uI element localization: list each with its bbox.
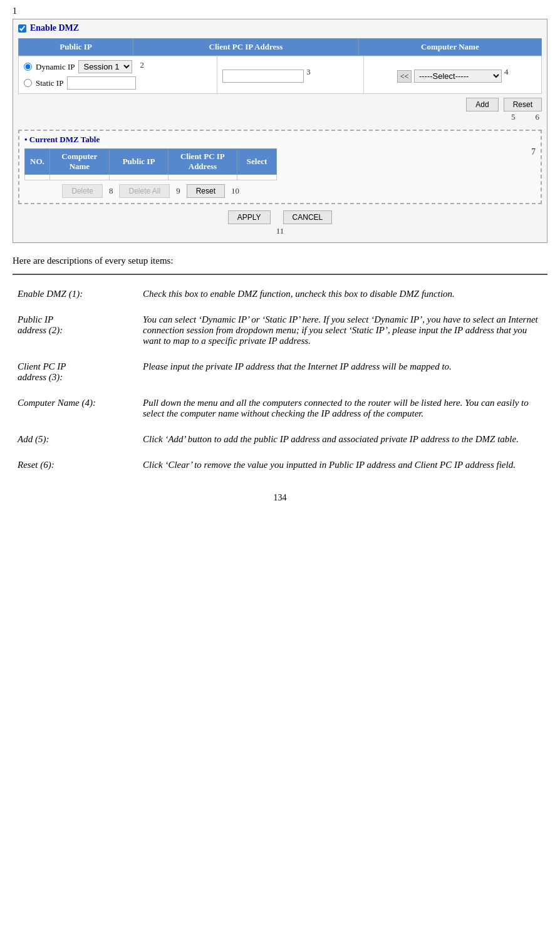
client-ip-cell: 3 xyxy=(217,56,364,94)
num-4: 4 xyxy=(504,67,509,77)
col-public-ip: Public IP xyxy=(19,39,133,56)
col-computer-name: Computer Name xyxy=(358,39,541,56)
static-ip-row: Static IP xyxy=(24,76,136,90)
static-ip-input[interactable] xyxy=(67,76,136,90)
desc-row-4: Computer Name (4): Pull down the menu an… xyxy=(13,390,547,427)
computer-name-select[interactable]: -----Select----- xyxy=(414,70,502,83)
public-ip-section: Dynamic IP Session 1 Static IP xyxy=(24,60,136,90)
page-number-bottom: 134 xyxy=(13,493,547,503)
num-11: 11 xyxy=(276,226,284,236)
delete-button[interactable]: Delete xyxy=(62,184,103,198)
desc-label-6: Reset (6): xyxy=(13,452,138,478)
public-ip-cell: Dynamic IP Session 1 Static IP xyxy=(19,56,217,94)
add-button[interactable]: Add xyxy=(466,98,498,111)
desc-label-2: Public IPaddress (2): xyxy=(13,307,138,354)
desc-row-6: Reset (6): Click ‘Clear’ to remove the v… xyxy=(13,452,547,478)
dynamic-ip-radio[interactable] xyxy=(24,63,32,71)
cancel-button[interactable]: CANCEL xyxy=(283,210,333,224)
desc-row-5: Add (5): Click ‘Add’ button to add the p… xyxy=(13,427,547,452)
table-buttons-row: Delete 8 Delete All 9 Reset 10 xyxy=(24,184,277,198)
reset-button[interactable]: Reset xyxy=(504,98,542,111)
desc-label-5: Add (5): xyxy=(13,427,138,452)
desc-content-3: Please input the private IP address that… xyxy=(138,354,547,390)
num-6: 6 xyxy=(536,112,540,122)
num-10: 10 xyxy=(231,186,239,196)
col-client-ip: Client PC IP Address xyxy=(133,39,359,56)
col-pip: Public IP xyxy=(110,149,169,175)
page-number-top: 1 xyxy=(13,6,547,16)
dmz-inputs-table: Dynamic IP Session 1 Static IP xyxy=(18,56,542,94)
col-sel: Select xyxy=(237,149,277,175)
session-select[interactable]: Session 1 xyxy=(78,60,132,73)
divider xyxy=(13,274,547,275)
apply-button[interactable]: APPLY xyxy=(228,210,271,224)
desc-label-3: Client PC IPaddress (3): xyxy=(13,354,138,390)
description-table: Enable DMZ (1): Check this box to enable… xyxy=(13,281,547,478)
num-8: 8 xyxy=(109,186,113,196)
desc-row-2: Public IPaddress (2): You can select ‘Dy… xyxy=(13,307,547,354)
num-9: 9 xyxy=(176,186,180,196)
desc-content-6: Click ‘Clear’ to remove the value you in… xyxy=(138,452,547,478)
dynamic-ip-label: Dynamic IP xyxy=(36,62,75,72)
desc-row-3: Client PC IPaddress (3): Please input th… xyxy=(13,354,547,390)
static-ip-radio[interactable] xyxy=(24,79,32,87)
static-ip-label: Static IP xyxy=(36,78,63,88)
col-cn: Computer Name xyxy=(49,149,109,175)
num-7: 7 xyxy=(531,147,536,157)
col-no: NO. xyxy=(25,149,50,175)
num-3: 3 xyxy=(306,67,311,77)
desc-content-5: Click ‘Add’ button to add the public IP … xyxy=(138,427,547,452)
desc-label-4: Computer Name (4): xyxy=(13,390,138,427)
current-dmz-title: Current DMZ Table xyxy=(24,135,277,145)
num-5: 5 xyxy=(511,112,516,122)
dmz-config-box: Enable DMZ Public IP Client PC IP Addres… xyxy=(13,19,547,243)
computer-name-cell: << -----Select----- 4 xyxy=(364,56,542,94)
enable-dmz-row: Enable DMZ xyxy=(18,23,542,33)
delete-all-button[interactable]: Delete All xyxy=(119,184,170,198)
apply-cancel-row: APPLY CANCEL xyxy=(18,210,542,224)
col-cip: Client PC IP Address xyxy=(169,149,237,175)
dmz-inner-table: NO. Computer Name Public IP Client PC IP… xyxy=(24,148,277,180)
current-dmz-section: Current DMZ Table NO. Computer Name Publ… xyxy=(18,130,542,204)
desc-label-1: Enable DMZ (1): xyxy=(13,281,138,307)
dmz-header-table: Public IP Client PC IP Address Computer … xyxy=(18,38,542,56)
table-row-empty xyxy=(25,175,277,180)
desc-row-1: Enable DMZ (1): Check this box to enable… xyxy=(13,281,547,307)
enable-dmz-checkbox[interactable] xyxy=(18,24,26,33)
dynamic-ip-row: Dynamic IP Session 1 xyxy=(24,60,136,73)
desc-content-1: Check this box to enable DMZ function, u… xyxy=(138,281,547,307)
select-prefix: << xyxy=(397,70,412,83)
desc-content-4: Pull down the menu and all the computers… xyxy=(138,390,547,427)
desc-content-2: You can select ‘Dynamic IP’ or ‘Static I… xyxy=(138,307,547,354)
num-2: 2 xyxy=(140,60,144,70)
description-section: Here are descriptions of every setup ite… xyxy=(13,256,547,478)
enable-dmz-label: Enable DMZ xyxy=(30,23,79,33)
reset-table-button[interactable]: Reset xyxy=(187,184,225,198)
description-intro: Here are descriptions of every setup ite… xyxy=(13,256,547,266)
client-ip-input[interactable] xyxy=(222,70,304,83)
